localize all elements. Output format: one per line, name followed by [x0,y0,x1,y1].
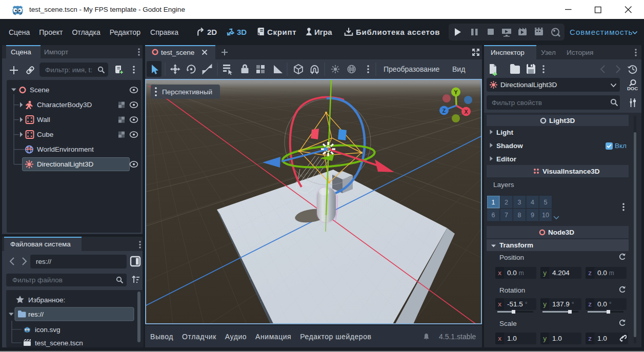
svg-text:7: 7 [505,212,508,219]
svg-text:X: X [464,109,468,115]
svg-text:5: 5 [544,199,548,206]
svg-text:Перспективный: Перспективный [162,88,212,96]
svg-text:8: 8 [518,212,521,219]
svg-text:Wall: Wall [37,116,50,123]
svg-text:CharacterBody3D: CharacterBody3D [37,101,92,109]
svg-text:Y: Y [454,89,457,95]
svg-text:Z: Z [442,108,446,114]
svg-text:WorldEnvironment: WorldEnvironment [37,146,94,153]
svg-text:10: 10 [542,212,549,219]
svg-text:3: 3 [518,199,521,206]
svg-text:DOC: DOC [627,86,638,91]
svg-text:6: 6 [492,212,495,219]
svg-text:9: 9 [531,212,534,219]
svg-text:test_scene.tscn: test_scene.tscn [35,339,83,347]
svg-text:Избранное:: Избранное: [28,296,65,304]
svg-text:Преобразование: Преобразование [384,65,440,73]
svg-text:icon.svg: icon.svg [35,326,61,334]
svg-text:Вид: Вид [452,65,465,73]
svg-text:res://: res:// [28,310,44,318]
svg-text:4: 4 [531,199,534,206]
svg-text:1: 1 [492,199,495,206]
svg-text:DirectionalLight3D: DirectionalLight3D [37,160,94,168]
svg-text:2: 2 [505,199,508,206]
svg-text:Cube: Cube [37,131,53,138]
svg-text:Scene: Scene [30,86,49,94]
